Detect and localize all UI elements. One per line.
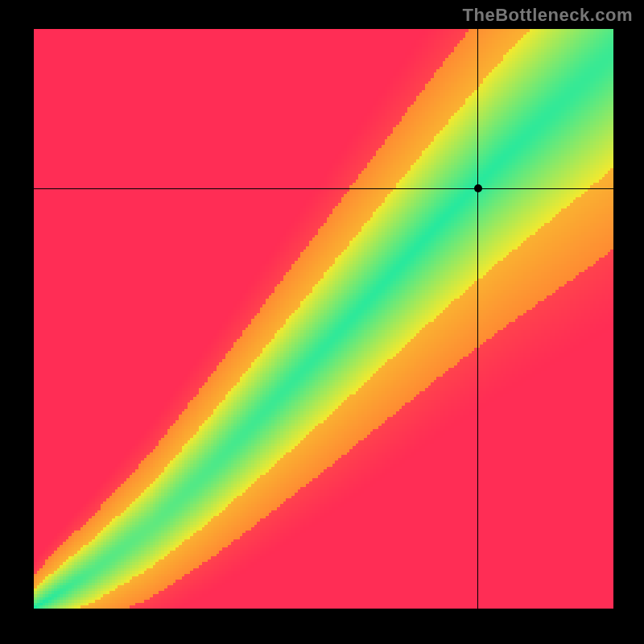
crosshair-horizontal [34,188,613,189]
crosshair-dot [474,184,482,192]
chart-frame: TheBottleneck.com [0,0,644,644]
crosshair-vertical [477,29,478,609]
heatmap-canvas [34,29,613,609]
watermark-text: TheBottleneck.com [463,5,633,26]
